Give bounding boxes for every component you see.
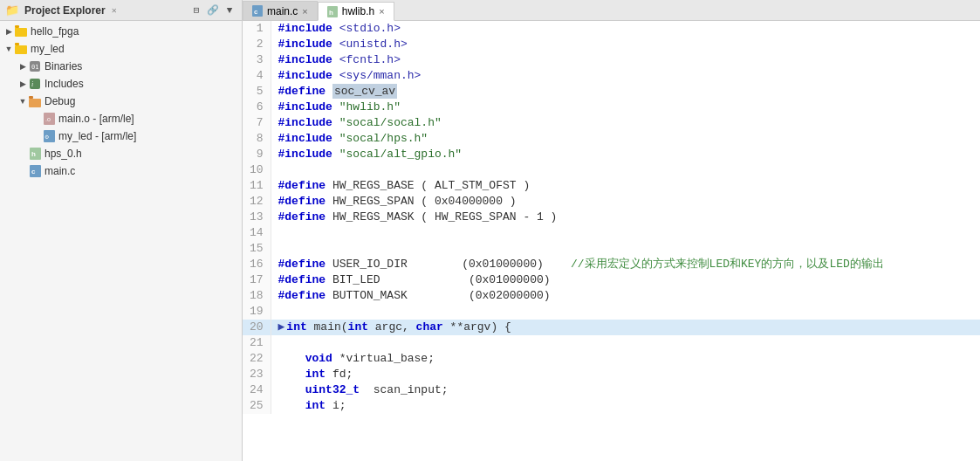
tree-item-my-led-exe[interactable]: ⚙ my_led - [arm/le] [0,127,242,145]
tree-item-includes[interactable]: i Includes [0,75,242,93]
editor-tabs: c main.c × h hwlib.h × [243,0,980,21]
line-content-13: #define HW_REGS_MASK ( HW_REGS_SPAN - 1 … [271,210,980,225]
line-num-11: 11 [243,178,271,194]
include-path-9: "socal/alt_gpio.h" [339,148,462,161]
macro-name-18: BUTTON_MASK [332,289,408,302]
svg-rect-4 [15,43,19,45]
line-content-4: #include <sys/mman.h> [271,68,980,84]
include-path-3: <fcntl.h> [339,53,401,66]
line-num-7: 7 [243,115,271,131]
line-num-15: 15 [243,241,271,257]
macro-val-16: (0x01000000) [462,258,544,271]
line-content-8: #include "socal/hps.h" [271,131,980,147]
line-content-22: void *virtual_base; [271,351,980,367]
tab-hwlib-h[interactable]: h hwlib.h × [318,2,394,21]
line-content-23: int fd; [271,367,980,382]
line-num-3: 3 [243,52,271,68]
tab-close-hwlib-h[interactable]: × [379,6,384,17]
code-table: 1 #include <stdio.h> 2 #include <unistd.… [243,21,980,414]
tree-label-my-led: my_led [31,43,65,55]
code-line-3: 3 #include <fcntl.h> [243,52,980,68]
code-line-20: 20 ▶int main(int argc, char **argv) { [243,320,980,335]
include-path-8: "socal/hps.h" [339,132,428,145]
tree-item-main-o[interactable]: .o main.o - [arm/le] [0,110,242,127]
directive-8: #include [278,132,332,145]
line-content-18: #define BUTTON_MASK (0x02000000) [271,288,980,304]
binaries-icon: 01 [28,59,42,73]
kw-int-argc: int [348,320,368,334]
kw-uint32-24: uint32_t [305,383,360,396]
code-line-14: 14 [243,225,980,241]
line-num-4: 4 [243,68,271,84]
svg-text:.o: .o [45,116,51,122]
code-line-19: 19 [243,304,980,320]
exe-file-icon: ⚙ [42,129,56,143]
code-line-6: 6 #include "hwlib.h" [243,100,980,115]
line-num-23: 23 [243,367,271,382]
macro-val-18: (0x02000000) [469,289,551,302]
h-file-icon-hps: h [28,147,42,161]
editor-code-area[interactable]: 1 #include <stdio.h> 2 #include <unistd.… [243,21,980,461]
code-line-11: 11 #define HW_REGS_BASE ( ALT_STM_OFST ) [243,178,980,194]
code-line-2: 2 #include <unistd.h> [243,37,980,52]
line-num-12: 12 [243,194,271,210]
svg-rect-9 [29,99,41,107]
include-path-4: <sys/mman.h> [339,69,421,82]
tab-main-c[interactable]: c main.c × [243,1,318,20]
view-menu-button[interactable]: ▼ [223,3,236,17]
include-path-7: "socal/socal.h" [339,116,442,129]
tree-label-debug: Debug [45,95,75,107]
line-num-22: 22 [243,351,271,367]
line-content-7: #include "socal/socal.h" [271,115,980,131]
macro-val-13: ( HW_REGS_SPAN - 1 ) [421,210,557,224]
include-path-6: "hwlib.h" [339,100,401,114]
line-num-25: 25 [243,398,271,414]
include-path-2: <unistd.h> [339,38,408,51]
tree-item-my-led[interactable]: my_led [0,40,242,58]
directive-17: #define [278,273,326,286]
link-editor-button[interactable]: 🔗 [206,3,220,17]
svg-text:i: i [31,80,33,88]
directive-7: #include [278,116,332,129]
directive-9: #include [278,148,332,161]
project-icon-hello-fpga [14,24,28,38]
obj-file-icon: .o [42,112,56,126]
collapse-all-button[interactable]: ⊟ [189,3,203,17]
line-content-16: #define USER_IO_DIR (0x01000000) //采用宏定义… [271,257,980,272]
directive-3: #include [278,53,332,66]
tree-item-debug[interactable]: Debug [0,93,242,110]
directive-12: #define [278,195,326,208]
tree-item-hps-0-h[interactable]: h hps_0.h [0,145,242,162]
line-num-20: 20 [243,320,271,335]
code-line-9: 9 #include "socal/alt_gpio.h" [243,147,980,162]
tree-label-binaries: Binaries [45,60,82,72]
line-num-19: 19 [243,304,271,320]
code-line-5: 5 #define soc_cv_av [243,84,980,100]
svg-text:⚙: ⚙ [45,134,49,140]
line-content-6: #include "hwlib.h" [271,100,980,115]
directive-2: #include [278,38,332,51]
line-num-13: 13 [243,210,271,225]
tree-item-hello-fpga[interactable]: hello_fpga [0,23,242,40]
svg-text:h: h [31,150,36,158]
line-content-15 [271,241,980,257]
project-explorer-header: 📁 Project Explorer ✕ ⊟ 🔗 ▼ [0,0,242,21]
line-num-17: 17 [243,272,271,288]
project-explorer-title: Project Explorer [24,4,106,17]
macro-val-17: (0x01000000) [469,273,551,286]
tree-item-main-c[interactable]: c main.c [0,162,242,180]
code-line-8: 8 #include "socal/hps.h" [243,131,980,147]
directive-16: #define [278,258,326,271]
tree-arrow-includes [17,79,28,89]
line-content-10 [271,162,980,178]
directive-11: #define [278,179,326,192]
tree-item-binaries[interactable]: 01 Binaries [0,58,242,75]
tab-close-main-c[interactable]: × [302,6,307,17]
tree-label-includes: Includes [45,78,84,90]
line-content-12: #define HW_REGS_SPAN ( 0x04000000 ) [271,194,980,210]
svg-rect-2 [15,25,19,28]
tree-label-hps-0-h: hps_0.h [45,148,82,160]
line-content-20: ▶int main(int argc, char **argv) { [271,320,980,335]
panel-menu-icon: ✕ [112,5,117,16]
macro-name-17: BIT_LED [332,273,380,286]
